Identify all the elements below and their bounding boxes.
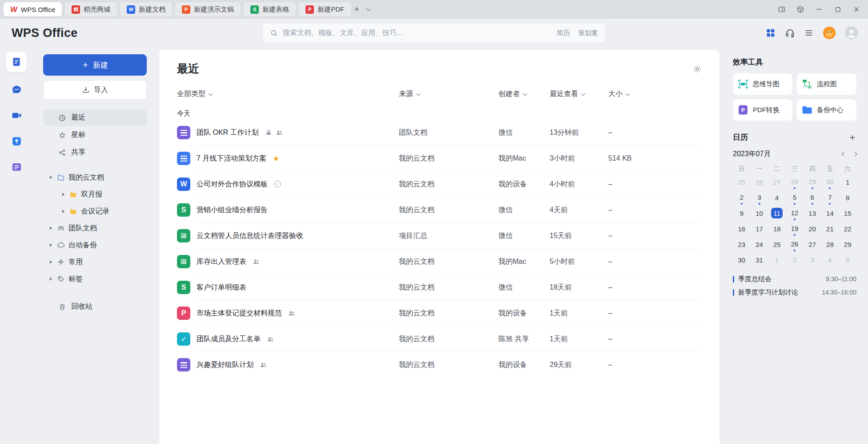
calendar-day[interactable]: 2 bbox=[786, 254, 804, 267]
file-row[interactable]: S客户订单明细表我的云文档微信18天前– bbox=[177, 274, 702, 300]
rail-apps-icon[interactable] bbox=[6, 158, 27, 175]
tool-backup-center[interactable]: 备份中心 bbox=[797, 99, 856, 121]
calendar-day[interactable]: 29 bbox=[804, 177, 821, 189]
file-row[interactable]: W公司对外合作协议模板✓我的云文档我的设备4小时前– bbox=[177, 171, 702, 197]
calendar-day[interactable]: 16 bbox=[733, 223, 751, 236]
calendar-day[interactable]: 31 bbox=[751, 254, 768, 267]
chevron-right-icon[interactable] bbox=[61, 210, 65, 213]
calendar-day[interactable]: 24 bbox=[751, 239, 768, 251]
file-row[interactable]: S营销小组业绩分析报告我的云文档微信4天前– bbox=[177, 197, 702, 223]
rail-cloud-sync-icon[interactable] bbox=[6, 133, 27, 149]
chevron-right-icon[interactable] bbox=[48, 243, 53, 247]
calendar-day[interactable]: 22 bbox=[839, 223, 856, 236]
tool-pdf-convert[interactable]: P PDF转换 bbox=[733, 99, 792, 121]
sidebar-item-my-cloud-docs[interactable]: 我的云文档 bbox=[43, 170, 147, 186]
wps-mascot-icon[interactable] bbox=[823, 26, 836, 40]
sidebar-item-bimonthly-report[interactable]: 双月报 bbox=[43, 186, 147, 202]
calendar-day[interactable]: 15 bbox=[839, 208, 856, 220]
rail-meeting-video-icon[interactable] bbox=[6, 107, 27, 124]
file-row[interactable]: 兴趣爱好组队计划我的云文档我的设备29天前– bbox=[177, 352, 702, 378]
event-item[interactable]: 季度总结会 9:30–11:00 bbox=[733, 272, 856, 286]
calendar-day[interactable]: 18 bbox=[768, 223, 786, 236]
new-tab-button[interactable]: + bbox=[351, 4, 362, 15]
calendar-day[interactable]: 27 bbox=[804, 239, 821, 251]
calendar-day[interactable]: 25 bbox=[733, 177, 751, 189]
window-tab[interactable]: S新建表格 bbox=[244, 2, 296, 16]
calendar-prev-icon[interactable] bbox=[842, 152, 846, 157]
tool-mindmap[interactable]: 思维导图 bbox=[733, 73, 792, 95]
calendar-day[interactable]: 21 bbox=[821, 223, 839, 236]
sidebar-item-shared[interactable]: 共享 bbox=[43, 144, 147, 161]
calendar-next-icon[interactable] bbox=[853, 152, 857, 157]
sidebar-item-trash[interactable]: 回收站 bbox=[43, 299, 147, 315]
calendar-day[interactable]: 28 bbox=[821, 239, 839, 251]
tab-list-chevron[interactable] bbox=[362, 4, 374, 15]
sidebar-item-tags[interactable]: 标签 bbox=[43, 271, 147, 287]
search-input[interactable] bbox=[283, 29, 552, 37]
sidebar-toggle-icon[interactable] bbox=[774, 3, 790, 16]
sidebar-item-starred[interactable]: 星标 bbox=[43, 127, 147, 143]
file-row[interactable]: 7 月线下活动策划方案★我的云文档我的Mac3小时前514 KB bbox=[177, 145, 702, 171]
calendar-day[interactable]: 5 bbox=[786, 192, 804, 205]
file-row[interactable]: 云文档管人员信息统计表理器验收项目汇总微信15天前– bbox=[177, 223, 702, 249]
chevron-right-icon[interactable] bbox=[61, 193, 65, 196]
filter-size[interactable]: 大小 bbox=[608, 89, 702, 99]
window-tab[interactable]: WWPS Office bbox=[4, 2, 62, 16]
window-tab[interactable]: P新建PDF bbox=[299, 2, 351, 16]
calendar-day[interactable]: 17 bbox=[751, 223, 768, 236]
rail-documents-icon[interactable] bbox=[6, 52, 27, 72]
calendar-day[interactable]: 11 bbox=[768, 208, 786, 220]
chevron-right-icon[interactable] bbox=[48, 277, 53, 281]
file-row[interactable]: P市场主体登记提交材料规范我的云文档我的设备1天前– bbox=[177, 300, 702, 326]
tool-flowchart[interactable]: 流程图 bbox=[797, 73, 856, 95]
close-button[interactable] bbox=[848, 3, 864, 16]
rail-chat-icon[interactable] bbox=[6, 81, 27, 98]
calendar-day[interactable]: 14 bbox=[821, 208, 839, 220]
sidebar-item-meeting-notes[interactable]: 会议记录 bbox=[43, 203, 147, 219]
gear-icon[interactable] bbox=[693, 65, 702, 73]
search-suggestion-plan[interactable]: 策划案 bbox=[578, 29, 598, 37]
calendar-day[interactable]: 10 bbox=[751, 208, 768, 220]
sidebar-item-team-docs[interactable]: 团队文档 bbox=[43, 220, 147, 236]
file-row[interactable]: ✓团队成员及分工名单我的云文档陈旭 共享1天前– bbox=[177, 326, 702, 352]
new-document-button[interactable]: 新建 bbox=[43, 54, 147, 76]
calendar-day[interactable]: 30 bbox=[821, 177, 839, 189]
sidebar-item-frequent[interactable]: 常用 bbox=[43, 254, 147, 270]
calendar-day[interactable]: 4 bbox=[821, 254, 839, 267]
filter-creator[interactable]: 创建者 bbox=[498, 89, 550, 99]
calendar-day[interactable]: 13 bbox=[804, 208, 821, 220]
maximize-button[interactable] bbox=[830, 3, 846, 16]
calendar-day[interactable]: 6 bbox=[804, 192, 821, 205]
calendar-day[interactable]: 23 bbox=[733, 239, 751, 251]
sidebar-item-recent[interactable]: 最近 bbox=[43, 109, 147, 126]
window-tab[interactable]: W新建文档 bbox=[120, 2, 172, 16]
filter-recently-viewed[interactable]: 最近查看 bbox=[550, 89, 608, 99]
hamburger-menu-icon[interactable] bbox=[804, 28, 814, 38]
calendar-day[interactable]: 20 bbox=[804, 223, 821, 236]
filter-source[interactable]: 来源 bbox=[399, 89, 498, 99]
file-row[interactable]: 团队 OKR 工作计划团队文档微信13分钟前– bbox=[177, 120, 702, 145]
window-tab[interactable]: 稻稻壳商城 bbox=[65, 2, 117, 16]
calendar-day[interactable]: 2 bbox=[733, 192, 751, 205]
apps-grid-icon[interactable] bbox=[765, 28, 776, 38]
calendar-day[interactable]: 29 bbox=[839, 239, 856, 251]
calendar-day[interactable]: 4 bbox=[768, 192, 786, 205]
workspace-icon[interactable] bbox=[792, 3, 808, 16]
search-bar[interactable]: 简历 策划案 bbox=[262, 23, 606, 43]
calendar-day[interactable]: 5 bbox=[839, 254, 856, 267]
file-row[interactable]: 库存出入管理表我的云文档我的Mac5小时前– bbox=[177, 249, 702, 274]
chevron-down-icon[interactable] bbox=[48, 177, 53, 179]
calendar-day[interactable]: 19 bbox=[786, 223, 804, 236]
calendar-day[interactable]: 1 bbox=[768, 254, 786, 267]
sidebar-item-auto-backup[interactable]: 自动备份 bbox=[43, 237, 147, 253]
calendar-day[interactable]: 25 bbox=[768, 239, 786, 251]
calendar-day[interactable]: 26 bbox=[786, 239, 804, 251]
calendar-day[interactable]: 3 bbox=[751, 192, 768, 205]
calendar-day[interactable]: 3 bbox=[804, 254, 821, 267]
support-headset-icon[interactable] bbox=[785, 28, 795, 38]
minimize-button[interactable] bbox=[811, 3, 827, 16]
calendar-day[interactable]: 30 bbox=[733, 254, 751, 267]
calendar-day[interactable]: 26 bbox=[751, 177, 768, 189]
chevron-right-icon[interactable] bbox=[48, 260, 53, 264]
chevron-right-icon[interactable] bbox=[48, 226, 53, 230]
